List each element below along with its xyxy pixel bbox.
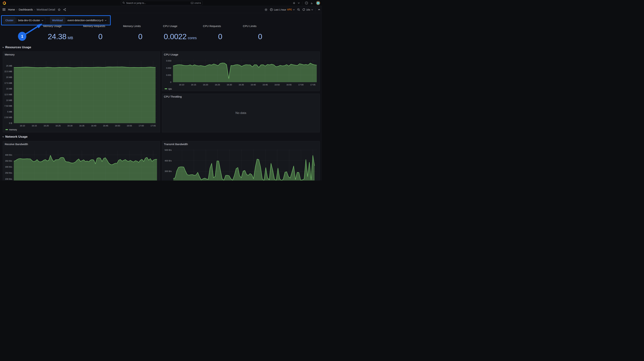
add-new-chevron-down-icon[interactable]: [298, 2, 300, 4]
svg-text:16:55: 16:55: [286, 84, 292, 86]
variable-workload-dropdown[interactable]: event-detection-cwmltd8srzcy-0: [66, 17, 108, 23]
svg-text:200 B/s: 200 B/s: [5, 178, 12, 180]
svg-text:16:50: 16:50: [115, 125, 120, 127]
svg-text:0.003: 0.003: [166, 60, 171, 62]
svg-text:16:30: 16:30: [67, 125, 72, 127]
panel-transmit-bandwidth: Transmit Bandwidth 300 B/s400 B/s500 B/s…: [162, 141, 320, 180]
panel-title-transmit-bandwidth[interactable]: Transmit Bandwidth: [164, 143, 188, 146]
svg-text:300 B/s: 300 B/s: [5, 166, 12, 168]
panel-memory: Memory 0 B2.50 MB5 MB7.50 MB10 MB12.5 MB…: [3, 51, 160, 132]
svg-text:500 B/s: 500 B/s: [165, 149, 172, 151]
variable-cluster-dropdown[interactable]: beta-dev-01-cluster: [16, 17, 45, 23]
svg-text:7.50 MB: 7.50 MB: [4, 105, 12, 107]
section-resources-usage[interactable]: Resources Usage: [2, 45, 31, 49]
global-search[interactable]: cmd+k: [121, 1, 202, 5]
breadcrumb-separator: ›: [34, 8, 35, 11]
search-input[interactable]: [126, 2, 190, 4]
variable-cluster-label: Cluster: [4, 17, 16, 23]
topbar-divider: [302, 1, 302, 5]
chevron-down-icon: [293, 9, 295, 10]
svg-text:16:55: 16:55: [127, 125, 132, 127]
svg-text:16:15: 16:15: [32, 125, 37, 127]
stat-value: 0: [98, 32, 102, 41]
svg-text:cpu: cpu: [168, 88, 172, 90]
stat-value: 0: [218, 32, 222, 41]
stat-cpu-limits: CPU Limits 0: [241, 24, 280, 46]
svg-text:16:10: 16:10: [179, 84, 184, 86]
svg-text:16:40: 16:40: [91, 125, 96, 127]
svg-text:16:45: 16:45: [103, 125, 108, 127]
svg-text:16:15: 16:15: [191, 84, 196, 86]
section-network-usage[interactable]: Network Usage: [2, 135, 28, 139]
breadcrumb-separator: ›: [16, 8, 17, 11]
svg-text:16:10: 16:10: [20, 125, 25, 127]
grafana-logo-icon[interactable]: [2, 1, 6, 5]
stat-title: CPU Requests: [201, 24, 240, 27]
search-icon: [122, 2, 125, 4]
dashboard-toolbar: Home › Dashboards › Workload Detail: [0, 6, 322, 13]
receive-bandwidth-chart[interactable]: 200 B/s250 B/s300 B/s350 B/s400 B/s16:10…: [3, 141, 160, 180]
favorite-star-icon[interactable]: [58, 8, 60, 11]
breadcrumb-dashboards[interactable]: Dashboards: [19, 8, 33, 11]
svg-text:15 MB: 15 MB: [6, 88, 12, 90]
breadcrumb-current-page: Workload Detail: [37, 8, 55, 11]
stat-value: 0: [138, 32, 142, 41]
refresh-icon: [302, 8, 305, 11]
collapse-chevron-up-icon[interactable]: [318, 9, 320, 10]
svg-text:22.5 MB: 22.5 MB: [4, 70, 12, 72]
svg-text:12.5 MB: 12.5 MB: [4, 93, 12, 96]
timezone-label: UTC: [287, 8, 292, 11]
stat-cpu-requests: CPU Requests 0: [201, 24, 240, 46]
svg-text:16:25: 16:25: [55, 125, 60, 127]
menu-icon[interactable]: [2, 8, 6, 11]
stat-memory-usage: Memory Usage 24.38MB: [41, 24, 80, 46]
svg-text:17:05: 17:05: [150, 125, 156, 127]
user-avatar[interactable]: [316, 1, 320, 5]
refresh-picker[interactable]: 10s: [302, 8, 313, 11]
svg-text:25 MB: 25 MB: [6, 65, 12, 67]
transmit-bandwidth-chart[interactable]: 300 B/s400 B/s500 B/s16:1016:1516:2016:2…: [162, 141, 320, 180]
svg-text:250 B/s: 250 B/s: [5, 172, 12, 174]
svg-text:?: ?: [306, 2, 307, 4]
help-icon[interactable]: ?: [305, 1, 308, 4]
svg-text:16:20: 16:20: [44, 125, 49, 127]
memory-chart[interactable]: 0 B2.50 MB5 MB7.50 MB10 MB12.5 MB15 MB17…: [3, 52, 160, 132]
svg-text:17:00: 17:00: [139, 125, 144, 127]
svg-text:memory: memory: [9, 128, 17, 131]
breadcrumb-home[interactable]: Home: [8, 8, 15, 11]
stat-memory-limits: Memory Limits 0: [121, 24, 160, 46]
variable-workload-label: Workload: [50, 17, 65, 23]
chevron-down-icon: [311, 9, 313, 10]
panel-title-memory[interactable]: Memory: [5, 53, 14, 56]
svg-text:16:45: 16:45: [262, 84, 268, 86]
clock-icon: [270, 8, 273, 11]
add-new-button[interactable]: [293, 2, 295, 4]
panel-title-cpu-usage[interactable]: CPU Usage: [164, 53, 178, 56]
zoom-out-icon[interactable]: [297, 8, 300, 11]
stat-unit: MB: [68, 36, 73, 40]
stat-value: 0: [258, 32, 262, 41]
panel-title-cpu-throttling[interactable]: CPU Throttling: [164, 95, 182, 98]
dashboard-settings-gear-icon[interactable]: [264, 8, 268, 11]
stat-memory-requests: Memory Requests 0: [81, 24, 120, 46]
svg-text:2.50 MB: 2.50 MB: [4, 116, 12, 118]
svg-text:16:20: 16:20: [203, 84, 208, 86]
news-rss-icon[interactable]: [310, 2, 314, 4]
svg-text:0.002: 0.002: [166, 67, 171, 69]
panel-cpu-usage: CPU Usage 00.0010.0020.00316:1016:1516:2…: [162, 51, 320, 91]
svg-text:0 B: 0 B: [9, 122, 12, 124]
chevron-down-icon: [2, 47, 4, 48]
stat-unit: cores: [188, 36, 197, 40]
svg-text:16:30: 16:30: [227, 84, 232, 86]
svg-text:400 B/s: 400 B/s: [5, 154, 12, 156]
cpu-usage-chart[interactable]: 00.0010.0020.00316:1016:1516:2016:2516:3…: [162, 52, 320, 91]
share-icon[interactable]: [63, 8, 66, 11]
svg-text:17:00: 17:00: [298, 84, 304, 86]
panel-title-receive-bandwidth[interactable]: Receive Bandwidth: [5, 143, 28, 146]
toolbar-divider: [316, 8, 316, 11]
breadcrumb: Home › Dashboards › Workload Detail: [8, 8, 55, 11]
time-range-picker[interactable]: Last 1 hour UTC: [270, 8, 295, 11]
svg-text:17:05: 17:05: [310, 84, 316, 86]
svg-text:350 B/s: 350 B/s: [5, 160, 12, 162]
svg-text:300 B/s: 300 B/s: [165, 170, 172, 172]
